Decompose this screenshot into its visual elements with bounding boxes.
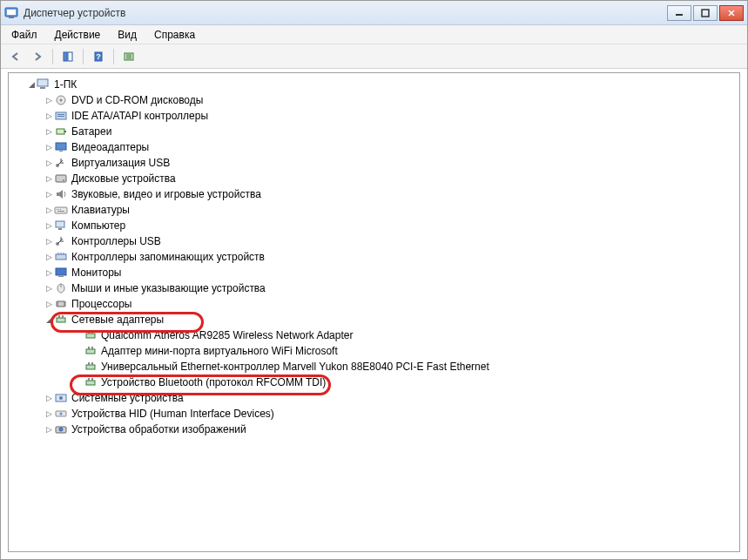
menubar: Файл Действие Вид Справка (1, 25, 747, 44)
tree-node[interactable]: ▷Устройства HID (Human Interface Devices… (9, 406, 739, 422)
tree-node[interactable]: ▷Контроллеры запоминающих устройств (9, 249, 739, 265)
tree-node[interactable]: ▷Процессоры (9, 296, 739, 312)
collapse-icon[interactable]: ◢ (44, 315, 54, 324)
node-label[interactable]: Процессоры (71, 298, 132, 310)
node-label[interactable]: Клавиатуры (71, 204, 130, 216)
node-label[interactable]: Контроллеры запоминающих устройств (71, 251, 265, 263)
titlebar[interactable]: Диспетчер устройств (1, 1, 747, 25)
svg-rect-34 (56, 254, 66, 260)
node-label[interactable]: Мониторы (71, 267, 121, 279)
tree-node[interactable]: ▷Клавиатуры (9, 202, 739, 218)
node-label[interactable]: Системные устройства (71, 392, 184, 404)
svg-rect-32 (58, 228, 62, 230)
svg-rect-2 (9, 17, 14, 18)
node-label[interactable]: Мыши и иные указывающие устройства (71, 282, 266, 294)
tree-node[interactable]: Универсальный Ethernet-контроллер Marvel… (9, 359, 739, 374)
expand-icon[interactable]: ▷ (44, 409, 54, 418)
imaging-icon (54, 423, 68, 435)
node-label[interactable]: Устройства HID (Human Interface Devices) (71, 408, 274, 420)
forward-button[interactable] (28, 47, 47, 66)
svg-rect-13 (40, 87, 45, 89)
tree-node[interactable]: ▷IDE ATA/ATAPI контроллеры (9, 108, 739, 124)
svg-rect-20 (64, 131, 66, 132)
tree-root[interactable]: ◢ 1-ПК (9, 77, 739, 92)
expand-icon[interactable]: ▷ (44, 284, 54, 293)
collapse-icon[interactable]: ◢ (26, 80, 37, 89)
tree-node[interactable]: ▷Виртуализация USB (9, 155, 739, 171)
tree-node[interactable]: ▷DVD и CD-ROM дисководы (9, 92, 739, 108)
tree-node[interactable]: Qualcomm Atheros AR9285 Wireless Network… (9, 327, 739, 343)
root-label[interactable]: 1-ПК (54, 78, 77, 91)
help-button[interactable]: ? (89, 47, 108, 66)
node-label[interactable]: Видеоадаптеры (71, 141, 149, 153)
tree-node[interactable]: ◢Сетевые адаптеры (9, 312, 739, 327)
net-icon (84, 329, 98, 341)
tree-node[interactable]: ▷Мониторы (9, 265, 739, 280)
tree-node[interactable]: Устройство Bluetooth (протокол RFCOMM TD… (9, 374, 739, 390)
node-label[interactable]: DVD и CD-ROM дисководы (71, 94, 203, 106)
net-icon (84, 361, 98, 373)
svg-rect-1 (7, 10, 16, 15)
tree-node[interactable]: ▷Видеоадаптеры (9, 139, 739, 155)
expand-icon[interactable]: ▷ (44, 143, 54, 152)
expand-icon[interactable]: ▷ (44, 221, 54, 230)
tree-node[interactable]: Адаптер мини-порта виртуального WiFi Mic… (9, 343, 739, 359)
expand-icon[interactable]: ▷ (44, 300, 54, 308)
minimize-button[interactable] (667, 5, 691, 21)
node-label[interactable]: Виртуализация USB (71, 157, 170, 169)
svg-point-60 (59, 428, 63, 431)
svg-rect-28 (58, 209, 59, 210)
node-label[interactable]: Устройство Bluetooth (протокол RFCOMM TD… (101, 376, 326, 388)
node-label[interactable]: Сетевые адаптеры (71, 314, 164, 326)
tree-node[interactable]: ▷Устройства обработки изображений (9, 422, 739, 437)
svg-rect-40 (57, 318, 65, 322)
svg-point-15 (60, 99, 63, 102)
expand-icon[interactable]: ▷ (44, 96, 54, 105)
close-button[interactable] (719, 5, 744, 21)
menu-file[interactable]: Файл (4, 27, 44, 43)
node-label[interactable]: Контроллеры USB (71, 235, 161, 247)
system-icon (54, 392, 68, 404)
menu-help[interactable]: Справка (147, 27, 202, 43)
show-hide-tree-button[interactable] (58, 47, 77, 66)
node-label[interactable]: Адаптер мини-порта виртуального WiFi Mic… (101, 345, 338, 357)
expand-icon[interactable]: ▷ (44, 190, 54, 199)
node-label[interactable]: Звуковые, видео и игровые устройства (71, 188, 261, 200)
expand-icon[interactable]: ▷ (44, 425, 54, 434)
node-label[interactable]: Универсальный Ethernet-контроллер Marvel… (101, 361, 489, 373)
svg-text:?: ? (96, 52, 101, 61)
back-button[interactable] (6, 47, 25, 66)
menu-action[interactable]: Действие (48, 27, 108, 43)
expand-icon[interactable]: ▷ (44, 159, 54, 167)
tree-node[interactable]: ▷Мыши и иные указывающие устройства (9, 280, 739, 296)
svg-rect-53 (88, 378, 90, 381)
expand-icon[interactable]: ▷ (44, 394, 54, 402)
expand-icon[interactable]: ▷ (44, 253, 54, 261)
tree-node[interactable]: ▷Звуковые, видео и игровые устройства (9, 186, 739, 202)
disk-icon (54, 172, 68, 185)
expand-icon[interactable]: ▷ (44, 237, 54, 246)
node-label[interactable]: Компьютер (71, 219, 125, 232)
tree-node[interactable]: ▷Дисковые устройства (9, 171, 739, 186)
expand-icon[interactable]: ▷ (44, 174, 54, 183)
device-tree[interactable]: ◢ 1-ПК ▷DVD и CD-ROM дисководы▷IDE ATA/A… (8, 72, 740, 552)
node-label[interactable]: Батареи (71, 125, 111, 138)
node-label[interactable]: IDE ATA/ATAPI контроллеры (71, 110, 208, 122)
maximize-button[interactable] (693, 5, 718, 21)
svg-point-58 (60, 413, 63, 415)
expand-icon[interactable]: ▷ (44, 111, 54, 120)
tree-node[interactable]: ▷Компьютер (9, 218, 739, 233)
expand-icon[interactable]: ▷ (44, 268, 54, 277)
expand-icon[interactable]: ▷ (44, 127, 54, 136)
tree-node[interactable]: ▷Батареи (9, 124, 739, 139)
expand-icon[interactable]: ▷ (44, 206, 54, 214)
node-label[interactable]: Qualcomm Atheros AR9285 Wireless Network… (101, 329, 353, 341)
menu-view[interactable]: Вид (111, 27, 144, 43)
scan-hardware-button[interactable] (119, 47, 138, 66)
node-label[interactable]: Дисковые устройства (71, 172, 176, 185)
ide-icon (54, 110, 68, 122)
tree-node[interactable]: ▷Контроллеры USB (9, 233, 739, 249)
tree-node[interactable]: ▷Системные устройства (9, 390, 739, 406)
svg-rect-27 (57, 209, 57, 210)
node-label[interactable]: Устройства обработки изображений (71, 423, 246, 435)
